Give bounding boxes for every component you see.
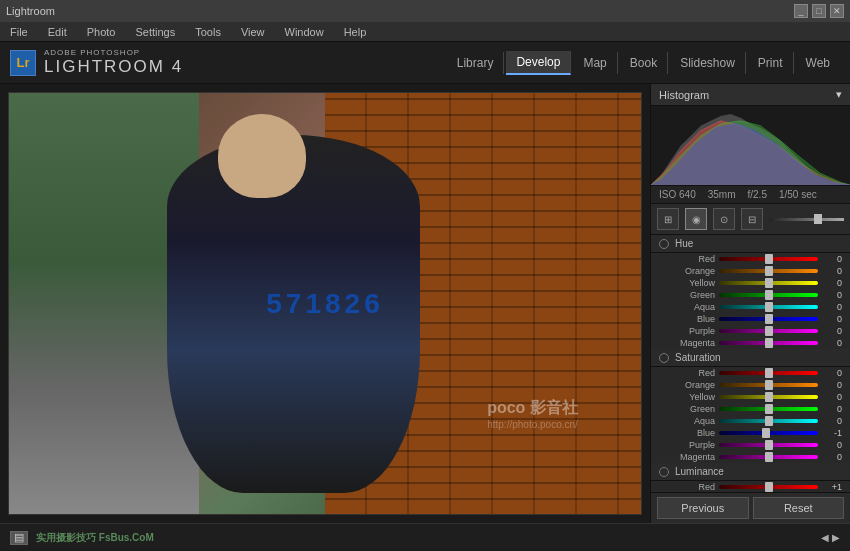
hue-red-label: Red: [667, 254, 715, 264]
aperture: f/2.5: [748, 189, 767, 200]
logo-area: Lr ADOBE PHOTOSHOP LIGHTROOM 4: [10, 48, 183, 77]
hue-purple-row: Purple 0: [651, 325, 850, 337]
bottom-strip: ▤ 实用摄影技巧 FsBus.CoM ◀ ▶: [0, 523, 850, 551]
hue-red-value: 0: [822, 254, 842, 264]
lum-red-track[interactable]: [719, 485, 818, 489]
tab-web[interactable]: Web: [796, 52, 840, 74]
menu-settings[interactable]: Settings: [131, 24, 179, 40]
sat-orange-row: Orange 0: [651, 379, 850, 391]
menu-file[interactable]: File: [6, 24, 32, 40]
camera-info: ISO 640 35mm f/2.5 1/50 sec: [651, 186, 850, 204]
sat-blue-track[interactable]: [719, 431, 818, 435]
grid-tool[interactable]: ⊞: [657, 208, 679, 230]
hue-magenta-track[interactable]: [719, 341, 818, 345]
sat-blue-row: Blue -1: [651, 427, 850, 439]
menu-tools[interactable]: Tools: [191, 24, 225, 40]
maximize-button[interactable]: □: [812, 4, 826, 18]
menu-view[interactable]: View: [237, 24, 269, 40]
tab-map[interactable]: Map: [573, 52, 617, 74]
sat-magenta-label: Magenta: [667, 452, 715, 462]
hue-purple-track[interactable]: [719, 329, 818, 333]
hue-magenta-row: Magenta 0: [651, 337, 850, 349]
sat-red-track[interactable]: [719, 371, 818, 375]
luminance-toggle[interactable]: [659, 467, 669, 477]
tab-library[interactable]: Library: [447, 52, 505, 74]
luminance-section-header: Luminance: [651, 463, 850, 481]
hue-magenta-label: Magenta: [667, 338, 715, 348]
hsl-panel: Hue Red 0 Orange 0 Yellow 0 Green 0: [651, 235, 850, 492]
exposure-slider-track[interactable]: [769, 218, 844, 221]
sat-yellow-track[interactable]: [719, 395, 818, 399]
saturation-toggle[interactable]: [659, 353, 669, 363]
bottom-watermark: 实用摄影技巧 FsBus.CoM: [36, 531, 154, 545]
menu-help[interactable]: Help: [340, 24, 371, 40]
hue-green-label: Green: [667, 290, 715, 300]
image-container[interactable]: 571826 poco 影音社 http://photo.poco.cn/: [8, 92, 642, 515]
hue-green-track[interactable]: [719, 293, 818, 297]
hue-red-row: Red 0: [651, 253, 850, 265]
scroll-arrows[interactable]: ◀ ▶: [821, 532, 840, 543]
hue-blue-row: Blue 0: [651, 313, 850, 325]
sat-purple-track[interactable]: [719, 443, 818, 447]
minimize-button[interactable]: _: [794, 4, 808, 18]
hue-yellow-value: 0: [822, 278, 842, 288]
sat-orange-track[interactable]: [719, 383, 818, 387]
hue-magenta-value: 0: [822, 338, 842, 348]
histogram-title: Histogram: [659, 89, 709, 101]
logo-text-area: ADOBE PHOTOSHOP LIGHTROOM 4: [44, 48, 183, 77]
brush-tool[interactable]: ⊙: [713, 208, 735, 230]
sat-red-row: Red 0: [651, 367, 850, 379]
main-photo: 571826 poco 影音社 http://photo.poco.cn/: [9, 93, 641, 514]
menu-edit[interactable]: Edit: [44, 24, 71, 40]
title-bar: Lightroom _ □ ✕: [0, 0, 850, 22]
close-button[interactable]: ✕: [830, 4, 844, 18]
hue-green-value: 0: [822, 290, 842, 300]
menu-window[interactable]: Window: [281, 24, 328, 40]
panel-bottom: Previous Reset: [651, 492, 850, 523]
previous-button[interactable]: Previous: [657, 497, 749, 519]
tool-row: ⊞ ◉ ⊙ ⊟: [651, 204, 850, 235]
hue-toggle[interactable]: [659, 239, 669, 249]
sat-aqua-track[interactable]: [719, 419, 818, 423]
radial-tool[interactable]: ◉: [685, 208, 707, 230]
lum-red-value: +1: [822, 482, 842, 492]
reset-button[interactable]: Reset: [753, 497, 845, 519]
menu-bar: File Edit Photo Settings Tools View Wind…: [0, 22, 850, 42]
hue-aqua-row: Aqua 0: [651, 301, 850, 313]
bottom-scroll-indicator: ◀ ▶: [821, 532, 840, 543]
crop-tool[interactable]: ⊟: [741, 208, 763, 230]
hue-purple-label: Purple: [667, 326, 715, 336]
hue-orange-label: Orange: [667, 266, 715, 276]
sat-purple-value: 0: [822, 440, 842, 450]
histogram-header: Histogram ▾: [651, 84, 850, 106]
lr-badge: Lr: [10, 50, 36, 76]
hue-yellow-track[interactable]: [719, 281, 818, 285]
sat-yellow-row: Yellow 0: [651, 391, 850, 403]
hue-red-track[interactable]: [719, 257, 818, 261]
tab-book[interactable]: Book: [620, 52, 668, 74]
menu-photo[interactable]: Photo: [83, 24, 120, 40]
window-controls[interactable]: _ □ ✕: [794, 4, 844, 18]
tab-develop[interactable]: Develop: [506, 51, 571, 75]
exposure-slider-thumb[interactable]: [814, 214, 822, 224]
hue-blue-track[interactable]: [719, 317, 818, 321]
filmstrip-icon[interactable]: ▤: [10, 531, 28, 545]
sat-magenta-track[interactable]: [719, 455, 818, 459]
saturation-section-header: Saturation: [651, 349, 850, 367]
sat-magenta-row: Magenta 0: [651, 451, 850, 463]
hue-purple-value: 0: [822, 326, 842, 336]
tab-slideshow[interactable]: Slideshow: [670, 52, 746, 74]
sat-blue-label: Blue: [667, 428, 715, 438]
adobe-text: ADOBE PHOTOSHOP: [44, 48, 183, 57]
hue-orange-track[interactable]: [719, 269, 818, 273]
hue-orange-value: 0: [822, 266, 842, 276]
sat-green-track[interactable]: [719, 407, 818, 411]
hue-label: Hue: [675, 238, 693, 249]
luminance-label: Luminance: [675, 466, 724, 477]
tab-print[interactable]: Print: [748, 52, 794, 74]
histogram-collapse-icon[interactable]: ▾: [836, 88, 842, 101]
lum-red-label: Red: [667, 482, 715, 492]
sat-yellow-label: Yellow: [667, 392, 715, 402]
hue-aqua-track[interactable]: [719, 305, 818, 309]
lum-red-row: Red +1: [651, 481, 850, 492]
